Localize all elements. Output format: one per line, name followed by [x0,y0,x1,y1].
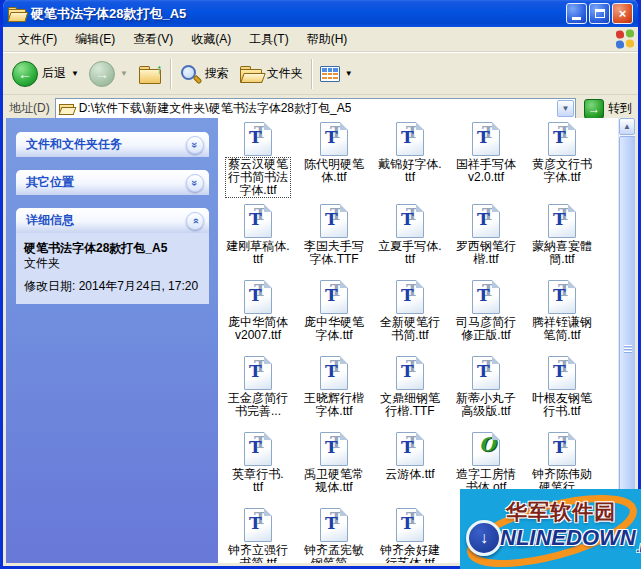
file-label: 钟齐余好建行艺体.ttf [378,544,442,563]
file-label: 李国夫手写字体.TTF [302,240,366,266]
file-item[interactable]: TT全新硬笔行书简.ttf [372,280,448,356]
ttf-file-icon: TT [320,204,348,238]
file-item[interactable]: TT李国夫手写字体.TTF [296,204,372,280]
file-label: 庞中华硬笔字体.ttf [302,316,366,342]
ttf-file-icon: TT [396,122,424,156]
watermark-banner: 华军软件园 ↓ NLINEDOWN .NET [460,489,641,569]
ttf-file-icon: TT [472,356,500,390]
file-item[interactable]: TT庞中华简体v2007.ttf [220,280,296,356]
file-item[interactable]: TT云游体.ttf [372,432,448,508]
explorer-window: 硬笔书法字体28款打包_A5 × 文件(F)编辑(E)查看(V)收藏(A)工具(… [0,0,641,569]
ttf-file-icon: TT [320,356,348,390]
file-item[interactable]: TT腾祥铚谦钢笔简.ttf [524,280,600,356]
file-item[interactable]: TT建刚草稿体.ttf [220,204,296,280]
title-bar: 硬笔书法字体28款打包_A5 × [3,0,638,27]
back-label: 后退 [42,65,66,82]
expand-button[interactable]: » [186,136,204,154]
chevron-down-icon: » [189,141,201,147]
scroll-up-button[interactable]: ▲ [619,118,635,135]
back-dropdown-icon[interactable]: ▼ [71,69,79,78]
file-label: 罗西钢笔行楷.ttf [454,240,518,266]
address-folder-icon [59,102,75,115]
file-label: 全新硬笔行书简.ttf [378,316,442,342]
file-label: 蔡云汉硬笔行书简书法字体.ttf [226,158,290,197]
collapse-button[interactable]: » [186,212,204,230]
expand-button[interactable]: » [186,174,204,192]
ttf-file-icon: TT [548,280,576,314]
file-item[interactable]: TT禹卫硬笔常规体.ttf [296,432,372,508]
file-label: 陈代明硬笔体.ttf [302,158,366,184]
folders-button[interactable]: 文件夹 [234,56,308,92]
address-path: D:\软件下载\新建文件夹\硬笔书法字体28款打包_A5 [79,100,352,117]
file-label: 云游体.ttf [383,468,436,481]
file-item[interactable]: TT英章行书.ttf [220,432,296,508]
file-item[interactable]: TT立夏手写体.ttf [372,204,448,280]
file-item[interactable]: TT罗西钢笔行楷.ttf [448,204,524,280]
ttf-file-icon: TT [244,508,272,542]
details-body: 硬笔书法字体28款打包_A5 文件夹 修改日期: 2014年7月24日, 17:… [16,233,209,304]
back-icon: ← [12,61,38,87]
menu-item-5[interactable]: 工具(T) [240,28,297,51]
toolbar-separator [311,59,312,89]
views-button[interactable]: ▼ [315,56,358,92]
folders-label: 文件夹 [267,65,303,82]
file-item[interactable]: TT新蒂小丸子高级版.ttf [448,356,524,432]
file-label: 立夏手写体.ttf [376,240,443,266]
panel-other-places-header[interactable]: 其它位置 » [16,170,209,195]
file-item[interactable]: TT王晓辉行楷字体.ttf [296,356,372,432]
file-item[interactable]: TT叶根友钢笔行书.ttf [524,356,600,432]
file-item[interactable]: TT国祥手写体v2.0.ttf [448,122,524,204]
address-label: 地址(D) [6,100,50,117]
ttf-file-icon: TT [472,280,500,314]
panel-details-header[interactable]: 详细信息 » [16,208,209,233]
close-button[interactable]: × [612,3,633,24]
thumb-grip-icon [624,345,632,354]
ttf-file-icon: TT [244,432,272,466]
ttf-file-icon: TT [472,204,500,238]
menu-item-6[interactable]: 帮助(H) [298,28,357,51]
file-item[interactable]: TT司马彦简行修正版.ttf [448,280,524,356]
file-item[interactable]: TT钟齐立强行书简.ttf [220,508,296,563]
address-dropdown-icon[interactable]: ▼ [557,100,574,117]
file-item[interactable]: TT文鼎细钢笔行楷.TTF [372,356,448,432]
chevron-down-icon: » [189,179,201,185]
menu-item-3[interactable]: 查看(V) [124,28,182,51]
address-input[interactable]: D:\软件下载\新建文件夹\硬笔书法字体28款打包_A5 ▼ [55,98,576,119]
file-label: 腾祥铚谦钢笔简.ttf [530,316,594,342]
file-item[interactable]: TT钟齐余好建行艺体.ttf [372,508,448,563]
forward-dropdown-icon: ▼ [120,69,128,78]
ttf-file-icon: TT [548,356,576,390]
forward-button[interactable]: → ▼ [84,56,133,92]
menu-item-4[interactable]: 收藏(A) [182,28,240,51]
go-button[interactable]: → 转到 [581,99,635,119]
menu-item-2[interactable]: 编辑(E) [66,28,124,51]
panel-file-tasks-header[interactable]: 文件和文件夹任务 » [16,132,209,157]
back-button[interactable]: ← 后退 ▼ [7,56,84,92]
maximize-button[interactable] [589,3,610,24]
file-item[interactable]: TT庞中华硬笔字体.ttf [296,280,372,356]
file-label: 钟齐孟宪敏钢笔简... [302,544,366,563]
ttf-file-icon: TT [396,204,424,238]
file-item[interactable]: TT蒙納喜宴體簡.ttf [524,204,600,280]
ttf-file-icon: TT [244,204,272,238]
search-button[interactable]: 搜索 [174,56,234,92]
file-item[interactable]: TT戴锦好字体.ttf [372,122,448,204]
up-button[interactable]: ↑ [133,56,167,92]
file-label: 钟齐立强行书简.ttf [226,544,290,563]
go-icon: → [584,99,604,119]
file-label: 王晓辉行楷字体.ttf [302,392,366,418]
ttf-file-icon: TT [548,122,576,156]
file-label: 王金彦简行书完善... [226,392,290,418]
file-item[interactable]: TT陈代明硬笔体.ttf [296,122,372,204]
windows-logo-icon [616,29,634,49]
file-item[interactable]: TT王金彦简行书完善... [220,356,296,432]
ttf-file-icon: TT [320,508,348,542]
views-dropdown-icon[interactable]: ▼ [345,69,353,78]
minimize-button[interactable] [566,3,587,24]
panel-file-tasks: 文件和文件夹任务 » [16,132,209,157]
file-item[interactable]: TT黄彦文行书字体.ttf [524,122,600,204]
file-item[interactable]: TT蔡云汉硬笔行书简书法字体.ttf [220,122,296,204]
file-item[interactable]: TT钟齐孟宪敏钢笔简... [296,508,372,563]
panel-details: 详细信息 » 硬笔书法字体28款打包_A5 文件夹 修改日期: 2014年7月2… [16,208,209,304]
menu-item-1[interactable]: 文件(F) [9,28,66,51]
